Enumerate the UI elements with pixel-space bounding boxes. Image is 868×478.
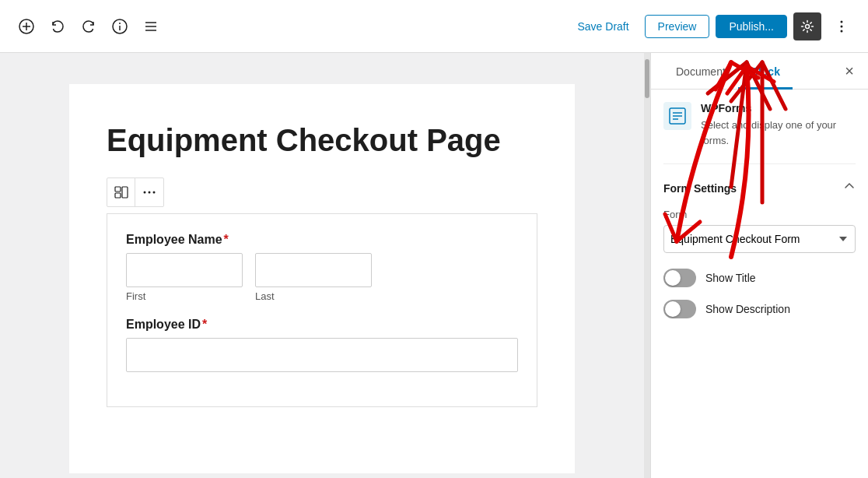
toolbar-left	[12, 12, 165, 40]
svg-point-12	[841, 30, 843, 32]
show-description-label: Show Description	[705, 303, 790, 315]
undo-button[interactable]	[44, 12, 72, 40]
block-toolbar	[107, 177, 164, 207]
sidebar: Document Block × WPForms Select and d	[650, 53, 868, 478]
svg-rect-15	[122, 187, 128, 198]
more-options-button[interactable]	[828, 12, 856, 40]
svg-point-16	[144, 192, 146, 194]
block-info-text: WPForms Select and display one of your f…	[701, 102, 856, 148]
tab-block[interactable]: Block	[738, 53, 793, 90]
block-description: Select and display one of your forms.	[701, 118, 856, 148]
wpforms-block: Employee Name* First Last	[107, 213, 537, 407]
svg-point-9	[806, 24, 810, 28]
show-description-knob	[665, 301, 681, 317]
employee-name-field: Employee Name* First Last	[126, 233, 518, 302]
svg-point-17	[149, 192, 151, 194]
sidebar-body: WPForms Select and display one of your f…	[651, 90, 868, 478]
main-layout: Equipment Checkout Page	[0, 53, 868, 478]
block-name: WPForms	[701, 102, 856, 114]
preview-button[interactable]: Preview	[645, 15, 710, 38]
toolbar: Save Draft Preview Publish...	[0, 0, 868, 53]
form-settings-title: Form Settings	[663, 182, 737, 195]
svg-point-5	[119, 23, 121, 24]
required-star-id: *	[202, 318, 207, 331]
name-inputs: First Last	[126, 253, 518, 302]
show-description-row: Show Description	[663, 300, 856, 318]
form-settings-header: Form Settings	[663, 180, 856, 196]
redo-button[interactable]	[75, 12, 103, 40]
employee-id-label: Employee ID*	[126, 318, 518, 332]
show-title-toggle[interactable]	[663, 269, 696, 287]
svg-point-11	[841, 25, 843, 27]
toolbar-right: Save Draft Preview Publish...	[568, 12, 856, 40]
add-button[interactable]	[12, 12, 40, 40]
editor-scrollbar[interactable]	[644, 53, 650, 478]
svg-point-10	[841, 20, 843, 23]
block-type-button[interactable]	[107, 178, 135, 206]
first-label: First	[126, 290, 243, 302]
block-more-button[interactable]	[135, 178, 163, 206]
sidebar-close-button[interactable]: ×	[837, 58, 862, 83]
last-name-wrap: Last	[255, 253, 372, 302]
list-view-button[interactable]	[137, 12, 165, 40]
save-draft-button[interactable]: Save Draft	[568, 16, 638, 37]
svg-rect-14	[115, 193, 121, 198]
show-title-knob	[665, 270, 681, 286]
tab-document[interactable]: Document	[663, 53, 738, 90]
last-name-input[interactable]	[255, 253, 372, 287]
block-info: WPForms Select and display one of your f…	[663, 102, 856, 164]
form-select[interactable]: Equipment Checkout Form	[663, 225, 856, 253]
last-label: Last	[255, 290, 372, 302]
page-title: Equipment Checkout Page	[107, 121, 537, 159]
info-button[interactable]	[106, 12, 134, 40]
publish-button[interactable]: Publish...	[716, 15, 787, 38]
sidebar-tabs: Document Block ×	[651, 53, 868, 90]
employee-id-field: Employee ID*	[126, 318, 518, 372]
svg-point-18	[153, 192, 156, 194]
scrollbar-thumb	[645, 59, 649, 98]
wpforms-icon	[663, 102, 691, 130]
employee-id-input[interactable]	[126, 338, 518, 372]
editor-content: Equipment Checkout Page	[69, 84, 575, 473]
show-description-toggle[interactable]	[663, 300, 696, 318]
form-select-wrap: Equipment Checkout Form	[663, 225, 856, 253]
show-title-row: Show Title	[663, 269, 856, 287]
form-settings-toggle[interactable]	[843, 180, 856, 196]
svg-rect-13	[115, 187, 121, 192]
employee-name-label: Employee Name*	[126, 233, 518, 247]
first-name-wrap: First	[126, 253, 243, 302]
required-star: *	[224, 233, 229, 246]
settings-button[interactable]	[793, 12, 821, 40]
show-title-label: Show Title	[705, 272, 756, 284]
first-name-input[interactable]	[126, 253, 243, 287]
editor-area: Equipment Checkout Page	[0, 53, 644, 478]
form-select-label: Form	[663, 209, 856, 220]
